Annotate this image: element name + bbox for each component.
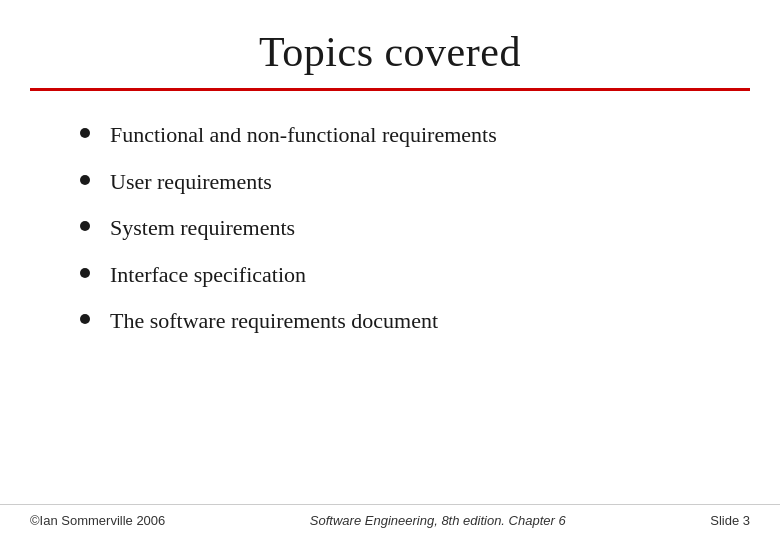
bullet-dot: [80, 314, 90, 324]
list-item: The software requirements document: [80, 307, 720, 336]
content-area: Functional and non-functional requiremen…: [0, 91, 780, 504]
slide-title: Topics covered: [60, 28, 720, 76]
bullet-list: Functional and non-functional requiremen…: [80, 121, 720, 354]
bullet-dot: [80, 221, 90, 231]
list-item: System requirements: [80, 214, 720, 243]
list-item: Interface specification: [80, 261, 720, 290]
bullet-dot: [80, 175, 90, 185]
bullet-text: User requirements: [110, 168, 272, 197]
slide: Topics covered Functional and non-functi…: [0, 0, 780, 540]
bullet-dot: [80, 128, 90, 138]
footer-slide-number: Slide 3: [710, 513, 750, 528]
bullet-text: The software requirements document: [110, 307, 438, 336]
bullet-text: System requirements: [110, 214, 295, 243]
footer-book-title: Software Engineering, 8th edition. Chapt…: [310, 513, 566, 528]
footer: ©Ian Sommerville 2006 Software Engineeri…: [0, 504, 780, 540]
footer-copyright: ©Ian Sommerville 2006: [30, 513, 165, 528]
title-area: Topics covered: [0, 0, 780, 76]
bullet-text: Interface specification: [110, 261, 306, 290]
bullet-dot: [80, 268, 90, 278]
bullet-text: Functional and non-functional requiremen…: [110, 121, 497, 150]
list-item: User requirements: [80, 168, 720, 197]
list-item: Functional and non-functional requiremen…: [80, 121, 720, 150]
